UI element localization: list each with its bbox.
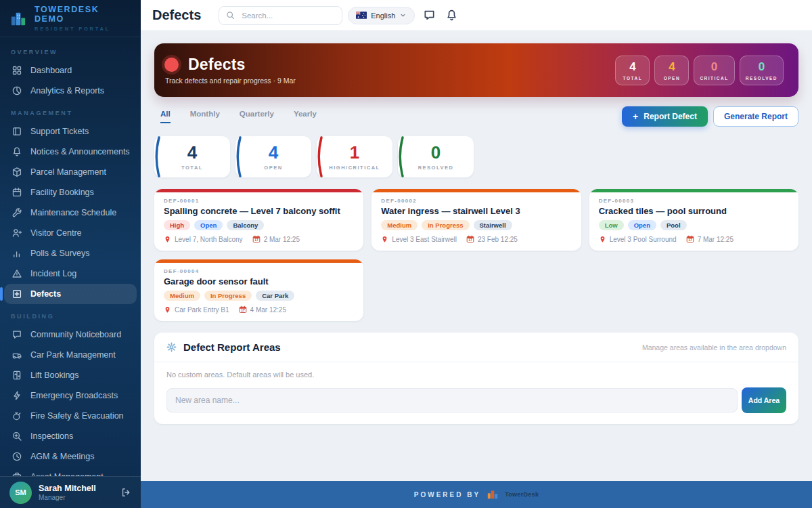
defect-card-def-00001[interactable]: DEF-00001Spalling concrete — Level 7 bal… (154, 189, 363, 251)
sidebar-item-notices-announcements[interactable]: Notices & Announcements (4, 142, 137, 162)
pin-icon (164, 306, 171, 314)
defect-card-def-00003[interactable]: DEF-00003Cracked tiles — pool surroundLo… (589, 189, 798, 251)
defect-card-def-00004[interactable]: DEF-00004Garage door sensor faultMediumI… (154, 259, 363, 321)
sidebar: TOWERDESK DEMO RESIDENT PORTAL OVERVIEWD… (0, 0, 141, 508)
controls-row: AllMonthlyQuarterlyYearly + Report Defec… (154, 106, 798, 127)
alert-triangle-icon (11, 268, 22, 280)
defect-date: 23 Feb 12:25 (478, 236, 518, 243)
sidebar-item-car-park-management[interactable]: Car Park Management (4, 345, 137, 365)
sidebar-item-support-tickets[interactable]: Support Tickets (4, 121, 137, 142)
defect-location: Level 3 Pool Surround (610, 236, 677, 243)
sidebar-item-label: Facility Bookings (30, 188, 94, 197)
sidebar-item-asset-management[interactable]: Asset Management (4, 467, 137, 476)
svg-text:17: 17 (468, 238, 472, 242)
chevron-down-icon (399, 12, 407, 19)
defects-banner: Defects Track defects and repair progres… (154, 43, 798, 97)
tag-open: Open (628, 220, 656, 230)
tag-medium: Medium (164, 291, 200, 301)
main-area: Defects English Defects Track (141, 0, 812, 508)
sidebar-item-parcel-management[interactable]: Parcel Management (4, 162, 137, 182)
defect-id: DEF-00001 (164, 198, 354, 204)
tag-open: Open (194, 220, 223, 230)
svg-text:17: 17 (688, 238, 692, 242)
speech-bubble-icon (11, 329, 22, 341)
sidebar-item-agm-meetings[interactable]: AGM & Meetings (4, 446, 137, 467)
sidebar-item-label: Community Noticeboard (30, 330, 121, 339)
nav-section-label: MANAGEMENT (11, 110, 130, 117)
sidebar-item-label: Notices & Announcements (30, 147, 130, 156)
banner-stat-open: 4OPEN (654, 56, 689, 85)
search-input[interactable] (240, 11, 335, 20)
sidebar-item-lift-bookings[interactable]: Lift Bookings (4, 365, 137, 385)
generate-report-button[interactable]: Generate Report (713, 106, 798, 127)
defect-location: Level 3 East Stairwell (392, 236, 457, 243)
tab-monthly[interactable]: Monthly (190, 110, 220, 123)
logout-icon[interactable] (120, 487, 131, 498)
tab-quarterly[interactable]: Quarterly (240, 110, 274, 123)
svg-text:17: 17 (254, 238, 258, 242)
sidebar-item-community-noticeboard[interactable]: Community Noticeboard (4, 324, 137, 345)
notifications-bell-icon[interactable] (445, 9, 458, 22)
banner-title: Defects (188, 56, 246, 74)
calendar-date-icon: 17 (686, 235, 694, 243)
language-label: English (371, 12, 395, 20)
analytics-icon (11, 85, 22, 97)
add-area-button[interactable]: Add Area (742, 387, 786, 413)
tab-all[interactable]: All (160, 110, 171, 123)
defect-location: Car Park Entry B1 (175, 306, 229, 314)
dashboard-icon (11, 65, 22, 77)
brand: TOWERDESK DEMO RESIDENT PORTAL (0, 0, 141, 37)
sidebar-item-label: Inspections (30, 431, 73, 441)
tag-pool: Pool (660, 220, 687, 230)
car-icon (11, 350, 22, 361)
user-name: Sarah Mitchell (39, 484, 96, 493)
user-section: SM Sarah Mitchell Manager (0, 476, 141, 508)
towerdesk-footer-logo-icon (487, 488, 499, 501)
defect-date: 7 Mar 12:25 (698, 236, 734, 243)
sidebar-item-maintenance-schedule[interactable]: Maintenance Schedule (4, 203, 137, 223)
sidebar-item-inspections[interactable]: Inspections (4, 426, 137, 446)
defect-title: Garage door sensor fault (164, 276, 354, 287)
summary-card-total: 4TOTAL (154, 136, 230, 177)
sidebar-item-label: Analytics & Reports (30, 86, 104, 96)
report-defect-button[interactable]: + Report Defect (622, 106, 708, 127)
magnifier-plus-icon (11, 431, 22, 442)
sidebar-item-label: Car Park Management (30, 350, 116, 360)
new-area-input[interactable] (166, 388, 738, 412)
sidebar-item-emergency-broadcasts[interactable]: Emergency Broadcasts (4, 385, 137, 406)
sidebar-item-incident-log[interactable]: Incident Log (4, 263, 137, 284)
search-box (219, 6, 342, 25)
sidebar-item-defects[interactable]: Defects (4, 284, 137, 304)
sidebar-item-facility-bookings[interactable]: Facility Bookings (4, 182, 137, 203)
language-selector[interactable]: English (348, 7, 415, 24)
messages-icon[interactable] (423, 9, 436, 22)
bar-chart-icon (11, 248, 22, 259)
summary-card-resolved: 0RESOLVED (398, 136, 474, 177)
pin-icon (599, 236, 606, 243)
defect-date: 2 Mar 12:25 (264, 236, 300, 243)
towerdesk-logo-icon (9, 9, 28, 28)
defect-location: Level 7, North Balcony (175, 236, 243, 243)
defect-title: Water ingress — stairwell Level 3 (381, 206, 571, 216)
sidebar-item-fire-safety-evacuation[interactable]: Fire Safety & Evacuation (4, 406, 137, 426)
tag-in-progress: In Progress (422, 220, 469, 230)
defect-id: DEF-00002 (381, 198, 571, 204)
sidebar-item-dashboard[interactable]: Dashboard (4, 60, 137, 81)
sidebar-item-label: Visitor Centre (30, 228, 82, 238)
sidebar-item-polls-surveys[interactable]: Polls & Surveys (4, 243, 137, 263)
lift-icon (11, 370, 22, 381)
sidebar-nav: OVERVIEWDashboardAnalytics & ReportsMANA… (0, 37, 141, 476)
sidebar-item-visitor-centre[interactable]: Visitor Centre (4, 223, 137, 243)
defect-cards-grid: DEF-00001Spalling concrete — Level 7 bal… (154, 189, 798, 321)
lightning-icon (11, 390, 22, 402)
areas-empty-message: No custom areas. Default areas will be u… (166, 371, 786, 379)
powered-by-label: POWERED BY (414, 491, 480, 499)
footer: POWERED BY TowerDesk (141, 481, 812, 508)
defect-card-def-00002[interactable]: DEF-00002Water ingress — stairwell Level… (371, 189, 581, 251)
defect-report-areas-card: Defect Report Areas Manage areas availab… (154, 333, 798, 424)
sidebar-item-label: Defects (30, 289, 61, 299)
sidebar-item-analytics-reports[interactable]: Analytics & Reports (4, 81, 137, 101)
tab-yearly[interactable]: Yearly (294, 110, 317, 123)
bell-icon (11, 146, 22, 158)
sidebar-item-label: AGM & Meetings (30, 452, 94, 461)
